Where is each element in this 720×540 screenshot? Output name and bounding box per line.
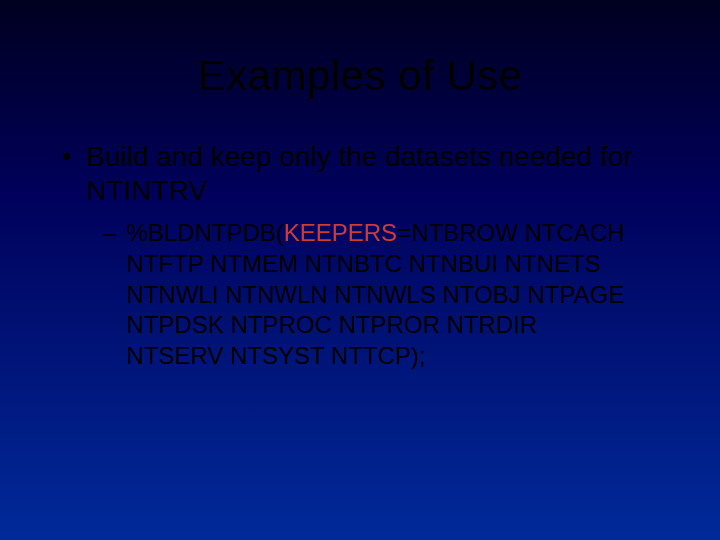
- bullet-item: Build and keep only the datasets needed …: [63, 140, 665, 208]
- bullet-icon: [63, 153, 70, 160]
- slide: Examples of Use Build and keep only the …: [0, 0, 720, 540]
- sub-bullet-item: – %BLDNTPDB(KEEPERS=NTBROW NTCACH NTFTP …: [103, 218, 665, 372]
- code-keyword: KEEPERS: [284, 219, 397, 246]
- slide-body: Build and keep only the datasets needed …: [0, 100, 720, 372]
- slide-title: Examples of Use: [0, 0, 720, 100]
- code-pre: %BLDNTPDB(: [126, 219, 283, 246]
- bullet-text: Build and keep only the datasets needed …: [86, 140, 665, 208]
- dash-icon: –: [103, 218, 116, 249]
- sub-bullet-text: %BLDNTPDB(KEEPERS=NTBROW NTCACH NTFTP NT…: [126, 218, 636, 372]
